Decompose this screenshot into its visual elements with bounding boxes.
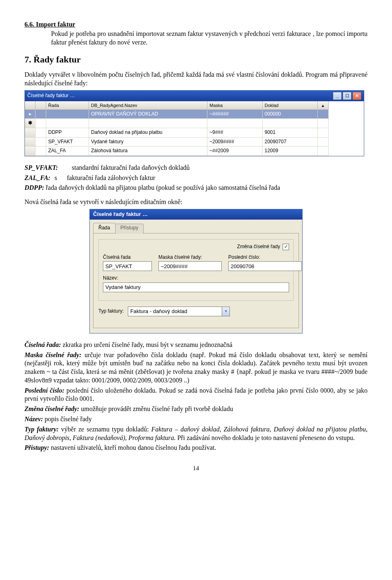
def-zalfa-text: s fakturační řada zálohových faktur bbox=[54, 174, 155, 181]
def-zalfa-label: ZAL_FA: bbox=[24, 174, 50, 181]
after-posledni: poslední číslo uloženého dokladu. Pokud … bbox=[24, 387, 368, 402]
after-typ: výběr ze seznamu typu dokladů: Faktura –… bbox=[24, 426, 368, 441]
col-nazev[interactable]: DB_RadyAgend.Nazev bbox=[89, 101, 207, 110]
input-ciselna-rada[interactable] bbox=[103, 261, 152, 271]
cell: ZAL_FA bbox=[46, 147, 89, 156]
after-pristupy: nastavení uživatelů, kteří mohou danou č… bbox=[51, 444, 216, 451]
def-spvfakt-label: SP_VFAKT: bbox=[24, 164, 58, 171]
input-nazev[interactable] bbox=[103, 282, 289, 292]
window-buttons: _ ☐ ✕ bbox=[333, 92, 361, 100]
row-marker bbox=[25, 128, 36, 138]
cell: 12009 bbox=[263, 147, 318, 156]
grid: Řada DB_RadyAgend.Nazev Maska Doklad ▴ ▸… bbox=[25, 101, 364, 156]
table-row[interactable]: ✱ bbox=[25, 119, 364, 128]
scrollbar-head-icon: ▴ bbox=[318, 101, 329, 110]
table-row[interactable]: DDPPDaňový doklad na přijatou platbu~9##… bbox=[25, 128, 364, 138]
row-marker bbox=[25, 147, 36, 156]
scrollbar-cell bbox=[318, 119, 329, 128]
grid-window-titlebar: Číselné řady faktur … _ ☐ ✕ bbox=[25, 91, 364, 101]
cell: 20090707 bbox=[263, 138, 318, 147]
sec7-p2: Nová číselná řada se vytvoří v následují… bbox=[24, 198, 368, 207]
heading-6-6: 6.6. Import faktur bbox=[24, 20, 368, 29]
input-maska[interactable] bbox=[158, 261, 222, 271]
col-rada[interactable]: Řada bbox=[46, 101, 89, 110]
cell bbox=[263, 119, 318, 128]
col-marker bbox=[25, 101, 36, 110]
col-blank bbox=[36, 101, 46, 110]
chevron-down-icon[interactable]: ▾ bbox=[222, 307, 230, 316]
cell: 000000 bbox=[263, 110, 318, 119]
def-ddpp-text: řada daňových dokladů na přijatou platbu… bbox=[46, 184, 280, 191]
cell: ~###### bbox=[207, 110, 263, 119]
cell bbox=[36, 110, 46, 119]
grid-header: Řada DB_RadyAgend.Nazev Maska Doklad ▴ bbox=[25, 101, 364, 110]
input-typ[interactable] bbox=[128, 307, 222, 316]
cell: Vydané faktury bbox=[89, 138, 207, 147]
close-button[interactable]: ✕ bbox=[352, 92, 361, 100]
cell bbox=[36, 128, 46, 138]
after-zmena: umožňuje provádět změnu číselné řady při… bbox=[81, 405, 233, 412]
heading-7: 7. Řady faktur bbox=[24, 54, 368, 66]
cell: DDPP bbox=[46, 128, 89, 138]
combo-typ[interactable]: ▾ bbox=[128, 307, 230, 316]
col-doklad[interactable]: Doklad bbox=[263, 101, 318, 110]
cell bbox=[36, 138, 46, 147]
input-posledni[interactable] bbox=[228, 261, 302, 271]
cell: OPRAVNÝ DAŇOVÝ DOKLAD bbox=[89, 110, 207, 119]
minimize-button[interactable]: _ bbox=[333, 92, 342, 100]
cell bbox=[46, 110, 89, 119]
grid-window-title: Číselné řady faktur … bbox=[27, 93, 75, 99]
label-maska: Maska číselné řady: bbox=[158, 254, 222, 261]
cell: ~2009#### bbox=[207, 138, 263, 147]
label-typ: Typ faktury: bbox=[98, 308, 124, 315]
checkbox-zmena[interactable]: ✓ bbox=[283, 244, 289, 250]
cell: ~##2009 bbox=[207, 147, 263, 156]
cell bbox=[36, 147, 46, 156]
label-posledni: Poslední číslo: bbox=[228, 254, 302, 261]
tab-content: Změna číselné řady ✓ Číselná řada Maska … bbox=[93, 233, 299, 328]
row-marker bbox=[25, 138, 36, 147]
maximize-button[interactable]: ☐ bbox=[343, 92, 352, 100]
cell: 9001 bbox=[263, 128, 318, 138]
cell: Zálohová faktura bbox=[89, 147, 207, 156]
table-row[interactable]: SP_VFAKTVydané faktury~2009####20090707 bbox=[25, 138, 364, 147]
scrollbar-cell bbox=[318, 110, 329, 119]
tab-pristupy[interactable]: Přístupy bbox=[115, 224, 144, 234]
table-row[interactable]: ▸OPRAVNÝ DAŇOVÝ DOKLAD~######000000 bbox=[25, 110, 364, 119]
scrollbar-cell bbox=[318, 138, 329, 147]
table-row[interactable]: ZAL_FAZálohová faktura~##200912009 bbox=[25, 147, 364, 156]
cell: ~9### bbox=[207, 128, 263, 138]
after-ciselna: zkratka pro určení číselné řady, musí bý… bbox=[62, 341, 232, 348]
cell: SP_VFAKT bbox=[46, 138, 89, 147]
label-zmena: Změna číselné řady bbox=[237, 244, 280, 250]
after-nazev: popis číselné řady bbox=[45, 416, 92, 422]
tab-strip: Řada Přístupy bbox=[90, 220, 302, 233]
label-ciselna-rada: Číselná řada bbox=[103, 254, 152, 261]
grid-window: Číselné řady faktur … _ ☐ ✕ Řada DB_Rady… bbox=[24, 90, 364, 156]
dialog-title: Číselné řady faktur … bbox=[90, 209, 302, 220]
row-marker: ▸ bbox=[25, 110, 36, 119]
def-ddpp-label: DDPP: bbox=[24, 184, 44, 191]
tab-rada[interactable]: Řada bbox=[93, 223, 116, 233]
def-spvfakt-text: standardní fakturační řada daňových dokl… bbox=[72, 164, 190, 171]
edit-dialog: Číselné řady faktur … Řada Přístupy Změn… bbox=[89, 209, 303, 333]
scrollbar-cell bbox=[318, 147, 329, 156]
cell bbox=[207, 119, 263, 128]
label-nazev: Název: bbox=[103, 275, 289, 282]
row-marker: ✱ bbox=[25, 119, 36, 128]
sec66-body: Pokud je potřeba pro usnadnění importova… bbox=[51, 30, 368, 46]
col-maska[interactable]: Maska bbox=[207, 101, 263, 110]
sec7-intro: Doklady vytvářet v libovolném počtu číse… bbox=[24, 71, 368, 88]
scrollbar-cell bbox=[318, 128, 329, 138]
cell bbox=[89, 119, 207, 128]
cell bbox=[36, 119, 46, 128]
cell bbox=[46, 119, 89, 128]
cell: Daňový doklad na přijatou platbu bbox=[89, 128, 207, 138]
page-number: 14 bbox=[24, 464, 368, 473]
